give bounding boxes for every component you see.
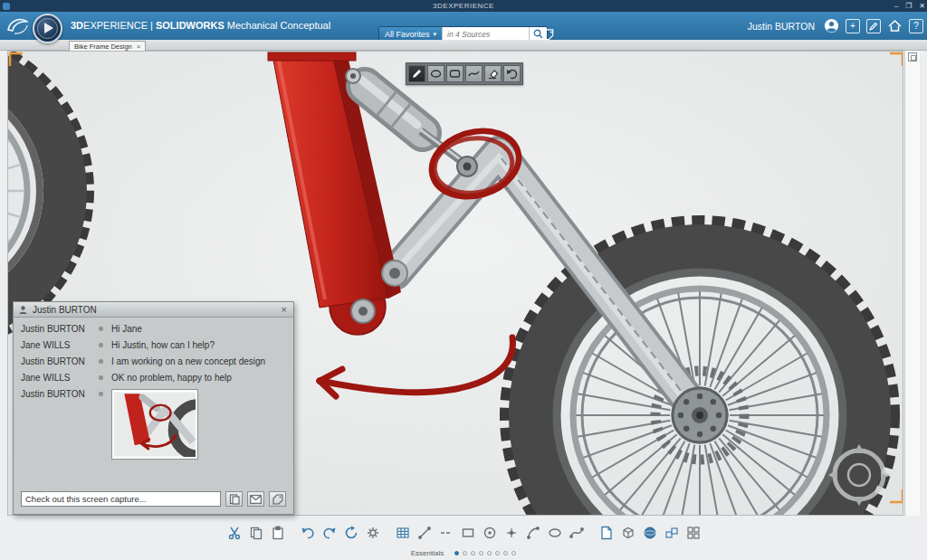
- chat-close-button[interactable]: ×: [280, 305, 289, 315]
- spline-button[interactable]: [568, 524, 585, 541]
- chat-attachment-thumbnail[interactable]: [111, 389, 198, 460]
- tab-close-icon[interactable]: ×: [137, 43, 141, 51]
- rear-hub[interactable]: [673, 388, 727, 442]
- bottom-bar: Essentials: [0, 517, 927, 560]
- pagination-dot[interactable]: [511, 551, 516, 555]
- table-button[interactable]: [394, 524, 411, 541]
- message-text: Hi Justin, how can I help?: [111, 340, 215, 350]
- ellipse-icon: [548, 526, 562, 540]
- highlighter-tool-button[interactable]: [427, 65, 444, 82]
- sketch-toolbar: [0, 524, 927, 541]
- undo-button[interactable]: [299, 524, 316, 541]
- undo-markup-button[interactable]: [503, 65, 521, 82]
- copy-button[interactable]: [247, 524, 264, 541]
- brand-product: SOLIDWORKS: [156, 20, 225, 31]
- add-tag-button[interactable]: [269, 491, 286, 507]
- add-button[interactable]: +: [846, 19, 860, 33]
- maximize-button[interactable]: ❐: [905, 2, 912, 10]
- pagination-dot[interactable]: [471, 551, 475, 555]
- rectangle-button[interactable]: [459, 524, 476, 541]
- cut-button[interactable]: [225, 524, 243, 541]
- update-button[interactable]: [342, 524, 359, 541]
- shape-tool-button[interactable]: [446, 65, 464, 82]
- message-author: Justin BURTON: [21, 356, 97, 366]
- point-button[interactable]: [502, 524, 520, 541]
- sketch-sheet-button[interactable]: [597, 524, 615, 541]
- pagination-dot[interactable]: [454, 551, 459, 555]
- refresh-icon: [344, 526, 358, 540]
- chevron-down-icon: ▾: [434, 31, 437, 38]
- settings-button[interactable]: [364, 524, 381, 541]
- highlighter-icon: [430, 68, 442, 80]
- chat-message-row: Justin BURTON Hi Jane: [21, 324, 286, 334]
- message-text: OK no problem, happy to help: [111, 373, 232, 383]
- envelope-icon: [250, 495, 262, 504]
- toolbar-pagination: [454, 551, 516, 555]
- expand-viewport-button[interactable]: [908, 52, 917, 62]
- pattern-icon: [686, 526, 701, 540]
- window-title: 3DEXPERIENCE: [0, 2, 927, 10]
- chat-message-input[interactable]: [21, 491, 221, 507]
- pagination-dot[interactable]: [479, 551, 483, 555]
- redo-button[interactable]: [320, 524, 338, 541]
- centerline-button[interactable]: [437, 524, 454, 541]
- pattern-button[interactable]: [684, 524, 702, 541]
- user-name: Justin BURTON: [748, 21, 815, 32]
- copy-icon: [249, 526, 263, 540]
- paste-button[interactable]: [269, 524, 286, 541]
- pagination-dot[interactable]: [503, 551, 508, 555]
- send-email-button[interactable]: [247, 491, 264, 507]
- pagination-dot[interactable]: [487, 551, 492, 555]
- chat-message-row: Justin BURTON I am working on a new conc…: [21, 356, 286, 366]
- line-button[interactable]: [416, 524, 433, 541]
- chat-titlebar[interactable]: Justin BURTON ×: [14, 302, 293, 318]
- spline-icon: [569, 526, 584, 540]
- minimize-button[interactable]: –: [894, 2, 898, 10]
- 3ds-logo-icon: [5, 15, 31, 36]
- chat-message-row: Jane WILLS OK no problem, happy to help: [21, 373, 286, 383]
- search-filter-dropdown[interactable]: All Favorites ▾: [379, 27, 442, 41]
- swingarm-pivot[interactable]: [382, 261, 407, 286]
- pagination-dot[interactable]: [463, 551, 467, 555]
- pen-tool-button[interactable]: [408, 65, 425, 82]
- chat-messages: Justin BURTON Hi Jane Jane WILLS Hi Just…: [14, 318, 293, 460]
- circle-button[interactable]: [481, 524, 498, 541]
- arc-button[interactable]: [524, 524, 541, 541]
- cube-icon: [621, 526, 636, 540]
- tab-bike-frame-design[interactable]: Bike Frame Design ×: [69, 41, 146, 51]
- search-input[interactable]: [442, 27, 529, 41]
- chat-message-row: Justin BURTON: [21, 389, 286, 460]
- tab-label: Bike Frame Design: [74, 43, 132, 51]
- extrude-button[interactable]: [619, 524, 636, 541]
- eraser-tool-button[interactable]: [484, 65, 502, 82]
- freehand-tool-button[interactable]: [465, 65, 483, 82]
- pagination-dot[interactable]: [495, 551, 500, 555]
- right-rail: [904, 51, 920, 516]
- edit-button[interactable]: [866, 19, 881, 33]
- home-button[interactable]: [887, 18, 903, 33]
- assembly-button[interactable]: [663, 524, 680, 541]
- arc-icon: [526, 526, 540, 540]
- copy-to-clipboard-button[interactable]: [225, 491, 243, 507]
- help-button[interactable]: ?: [909, 19, 923, 33]
- pen-icon: [411, 68, 423, 80]
- sphere-button[interactable]: [641, 524, 658, 541]
- compass-button[interactable]: [33, 14, 62, 43]
- app-header: 3DEXPERIENCE | SOLIDWORKS Mechanical Con…: [0, 12, 927, 40]
- centerline-icon: [439, 526, 454, 540]
- freehand-icon: [468, 68, 480, 80]
- gear-icon: [366, 526, 380, 540]
- message-author: Jane WILLS: [21, 340, 97, 350]
- close-button[interactable]: ✕: [919, 2, 925, 10]
- assembly-icon: [664, 526, 679, 540]
- brand-title: 3DEXPERIENCE | SOLIDWORKS Mechanical Con…: [71, 20, 330, 31]
- chat-message-row: Jane WILLS Hi Justin, how can I help?: [21, 340, 286, 350]
- sheet-icon: [599, 526, 614, 540]
- message-bullet-icon: [99, 375, 103, 380]
- undo-icon: [506, 68, 518, 80]
- user-avatar-button[interactable]: [824, 18, 839, 33]
- ellipse-button[interactable]: [546, 524, 563, 541]
- paste-icon: [271, 526, 285, 540]
- message-bullet-icon: [99, 359, 103, 364]
- brand-suffix: Mechanical Conceptual: [227, 20, 330, 31]
